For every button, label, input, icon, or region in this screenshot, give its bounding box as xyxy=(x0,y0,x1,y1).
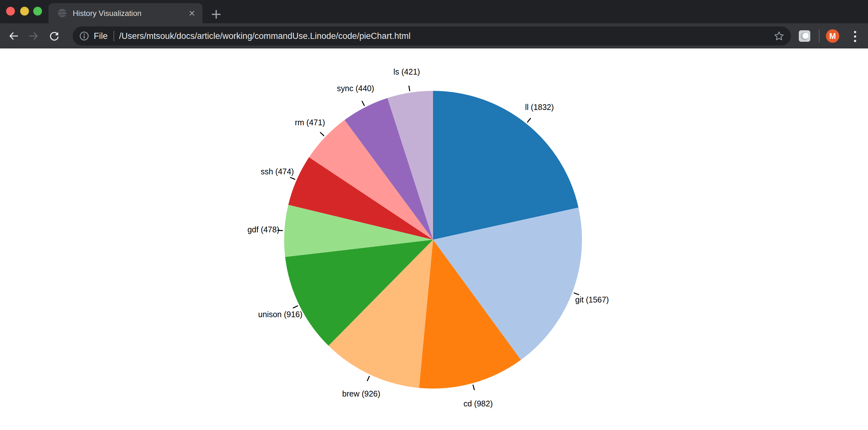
pie-tick-ssh xyxy=(290,177,295,179)
toolbar-separator xyxy=(819,30,819,42)
pie-tick-rm xyxy=(320,132,324,135)
pie-label-gdf: gdf (478) xyxy=(247,225,279,234)
new-tab-icon[interactable] xyxy=(211,9,222,20)
pie-label-cd: cd (982) xyxy=(464,399,493,408)
tab-strip: History Visualization ✕ xyxy=(0,0,868,23)
pie-tick-unison xyxy=(293,306,298,308)
browser-chrome: History Visualization ✕ File /Users/mtso xyxy=(0,0,868,48)
pie-chart: ll (1832)git (1567)cd (982)brew (926)uni… xyxy=(0,48,868,430)
profile-avatar[interactable]: M xyxy=(826,29,839,43)
file-scheme-label: File xyxy=(94,31,108,41)
pie-tick-brew xyxy=(367,376,369,381)
pie-label-unison: unison (916) xyxy=(258,310,303,319)
pie-tick-git xyxy=(574,293,579,295)
tab-title: History Visualization xyxy=(73,3,142,23)
pie-label-sync: sync (440) xyxy=(337,84,374,93)
browser-toolbar: File /Users/mtsouk/docs/article/working/… xyxy=(0,23,868,48)
window-minimize-button[interactable] xyxy=(20,7,29,15)
forward-icon[interactable] xyxy=(28,30,39,42)
pie-tick-sync xyxy=(362,101,365,105)
bookmark-star-icon[interactable] xyxy=(774,31,784,41)
tab-history-visualization[interactable]: History Visualization ✕ xyxy=(49,3,203,23)
pie-label-rm: rm (471) xyxy=(295,118,325,127)
url-separator xyxy=(114,31,114,41)
page-content: ll (1832)git (1567)cd (982)brew (926)uni… xyxy=(0,48,868,430)
pie-label-brew: brew (926) xyxy=(342,389,380,398)
pie-tick-cd xyxy=(473,385,474,390)
window-close-button[interactable] xyxy=(6,7,15,15)
back-icon[interactable] xyxy=(8,30,19,42)
globe-icon xyxy=(57,8,67,18)
pie-label-ll: ll (1832) xyxy=(525,103,554,111)
tab-close-icon[interactable]: ✕ xyxy=(187,9,197,18)
pie-label-git: git (1567) xyxy=(575,295,609,304)
url-text[interactable]: /Users/mtsouk/docs/article/working/comma… xyxy=(119,31,411,41)
window-zoom-button[interactable] xyxy=(33,7,42,15)
pie-label-ssh: ssh (474) xyxy=(260,167,294,176)
info-icon[interactable] xyxy=(79,31,89,41)
pie-tick-ls xyxy=(409,86,409,91)
extension-icon[interactable] xyxy=(799,30,810,42)
url-bar[interactable]: File /Users/mtsouk/docs/article/working/… xyxy=(73,27,791,45)
pie-label-ls: ls (421) xyxy=(394,67,420,76)
reload-icon[interactable] xyxy=(49,30,60,42)
menu-icon[interactable] xyxy=(849,30,861,42)
pie-tick-ll xyxy=(527,118,530,122)
